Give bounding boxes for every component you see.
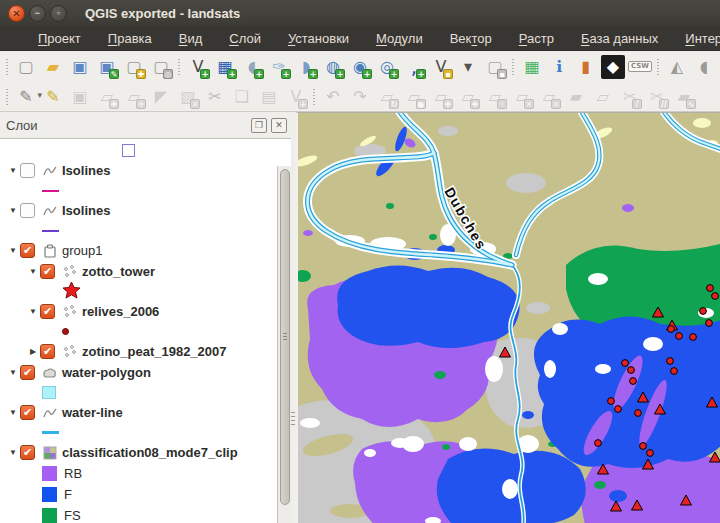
layer-item-water-polygon[interactable]: ▼✔water-polygon xyxy=(0,362,277,383)
add-raster-layer-button[interactable]: ▦+ xyxy=(213,55,237,79)
add-feature-button[interactable]: ▱✚ xyxy=(95,85,119,109)
add-mssql-layer-button[interactable]: ◗+ xyxy=(294,55,318,79)
add-part-button[interactable]: ▱✚ xyxy=(456,85,480,109)
layer-item-zotino_peat_1982_2007[interactable]: ▶✔zotino_peat_1982_2007 xyxy=(0,341,277,362)
merge-features-button[interactable]: ▰∿ xyxy=(672,85,696,109)
points-layer-icon xyxy=(60,304,80,320)
expander-icon[interactable]: ▼ xyxy=(6,368,20,377)
add-wfs-layer-button[interactable]: ◎+ xyxy=(375,55,399,79)
expander-icon[interactable]: ▼ xyxy=(6,166,20,175)
add-ring-button[interactable]: ▱✚ xyxy=(429,85,453,109)
toggle-editing-button[interactable]: ✎ xyxy=(41,85,65,109)
map-canvas[interactable]: Dubches xyxy=(295,112,720,523)
delete-selected-button[interactable]: ▧✕ xyxy=(176,85,200,109)
layer-label: water-line xyxy=(62,405,123,420)
save-project-as-button[interactable]: ▣✎ xyxy=(95,55,119,79)
fill-ring-button[interactable]: ▱◦ xyxy=(483,85,507,109)
split-parts-button[interactable]: ✂// xyxy=(645,85,669,109)
add-postgis-layer-button[interactable]: ◖+ xyxy=(240,55,264,79)
menu-item-0[interactable]: Проект xyxy=(38,31,81,46)
layer-checkbox-Isolines[interactable] xyxy=(20,163,35,178)
save-layer-edits-button[interactable]: ▣ xyxy=(68,85,92,109)
add-delimited-text-button[interactable]: ,+ xyxy=(402,55,426,79)
open-project-button[interactable]: ▰ xyxy=(41,55,65,79)
panel-float-button[interactable]: ❐ xyxy=(251,118,267,133)
identify-features-button[interactable]: ℹ xyxy=(547,55,571,79)
layer-checkbox-zotino_peat_1982_2007[interactable]: ✔ xyxy=(40,344,55,359)
add-vector-layer-button[interactable]: V+ xyxy=(186,55,210,79)
expander-icon[interactable]: ▼ xyxy=(6,448,20,457)
menu-item-8[interactable]: База данных xyxy=(581,31,658,46)
delete-part-button[interactable]: ▱✕ xyxy=(537,85,561,109)
expander-icon[interactable]: ▼ xyxy=(26,307,40,316)
simplify-feature-button[interactable]: ▱● xyxy=(402,85,426,109)
delete-ring-button[interactable]: ▱✕ xyxy=(510,85,534,109)
menu-item-4[interactable]: Установки xyxy=(288,31,349,46)
window-minimize-button[interactable]: − xyxy=(29,5,46,22)
reshape-features-button[interactable]: ▰ xyxy=(564,85,588,109)
profile-plugin-button[interactable]: ◭ xyxy=(665,55,689,79)
menu-item-1[interactable]: Правка xyxy=(108,31,152,46)
add-spatialite-layer-button[interactable]: ✑+ xyxy=(267,55,291,79)
expander-icon[interactable]: ▶ xyxy=(26,347,40,356)
symbol-square-outline xyxy=(122,144,135,157)
current-edits-button[interactable]: ✎▾ xyxy=(14,85,38,109)
add-wms-layer-button[interactable]: ◍+ xyxy=(321,55,345,79)
menu-item-6[interactable]: Вектор xyxy=(450,31,492,46)
layer-item-relives_2006[interactable]: ▼✔relives_2006 xyxy=(0,301,277,322)
new-project-button[interactable]: ▢ xyxy=(14,55,38,79)
offset-curve-button[interactable]: ▱ xyxy=(591,85,615,109)
expander-icon[interactable]: ▼ xyxy=(6,408,20,417)
csw-search-button[interactable]: CSW xyxy=(628,55,652,79)
layer-item-Isolines[interactable]: ▼Isolines xyxy=(0,200,277,221)
expander-icon[interactable]: ▼ xyxy=(26,267,40,276)
menu-item-5[interactable]: Модули xyxy=(376,31,423,46)
menu-item-9[interactable]: Интернет xyxy=(685,31,720,46)
layer-checkbox-group1[interactable]: ✔ xyxy=(20,243,35,258)
expander-icon[interactable]: ▼ xyxy=(6,206,20,215)
redo-button[interactable]: ↷ xyxy=(348,85,372,109)
copy-features-button[interactable]: ❏ xyxy=(230,85,254,109)
remove-layer-button[interactable]: ▢▪ xyxy=(483,55,507,79)
layer-item-group1[interactable]: ▼✔group1 xyxy=(0,240,277,261)
new-shapefile-layer-button[interactable]: V▪ xyxy=(429,55,453,79)
window-close-button[interactable]: ✕ xyxy=(8,5,25,22)
menu-item-3[interactable]: Слой xyxy=(229,31,261,46)
legend-class-row: F xyxy=(0,484,277,505)
layer-checkbox-water-line[interactable]: ✔ xyxy=(20,405,35,420)
layer-item-classification08_mode7_clip[interactable]: ▼✔classification08_mode7_clip xyxy=(0,442,277,463)
menu-item-2[interactable]: Вид xyxy=(179,31,203,46)
layer-checkbox-water-polygon[interactable]: ✔ xyxy=(20,365,35,380)
composer-manager-button[interactable]: ▢◎ xyxy=(149,55,173,79)
layer-item-zotto_tower[interactable]: ▼✔zotto_tower xyxy=(0,261,277,282)
new-print-composer-button[interactable]: ▢✚ xyxy=(122,55,146,79)
quickmap-plugin-button[interactable]: ▦ xyxy=(520,55,544,79)
africa-plugin-button[interactable]: ◆ xyxy=(601,55,625,79)
layer-checkbox-classification08_mode7_clip[interactable]: ✔ xyxy=(20,445,35,460)
move-feature-button[interactable]: ▱✛ xyxy=(122,85,146,109)
menu-item-7[interactable]: Растр xyxy=(519,31,554,46)
scrollbar-thumb[interactable] xyxy=(280,169,290,505)
vertex-hammer-button[interactable]: V+ xyxy=(284,85,308,109)
layer-checkbox-relives_2006[interactable]: ✔ xyxy=(40,304,55,319)
save-project-button[interactable]: ▣ xyxy=(68,55,92,79)
layer-item-water-line[interactable]: ▼✔water-line xyxy=(0,402,277,423)
layer-dropdown-button[interactable]: ▾ xyxy=(456,55,480,79)
rotate-feature-button[interactable]: ▱↻ xyxy=(375,85,399,109)
layer-item-Isolines[interactable]: ▼Isolines xyxy=(0,160,277,181)
paste-features-button[interactable]: ▤ xyxy=(257,85,281,109)
expander-icon[interactable]: ▼ xyxy=(6,246,20,255)
layers-scrollbar[interactable] xyxy=(277,166,291,523)
add-wcs-layer-button[interactable]: ◉+ xyxy=(348,55,372,79)
window-maximize-button[interactable]: ▫ xyxy=(50,5,67,22)
legend-symbol-row xyxy=(0,383,277,402)
gps-tools-button[interactable]: ▮ xyxy=(574,55,598,79)
panel-close-button[interactable]: ✕ xyxy=(271,118,287,133)
layer-checkbox-Isolines[interactable] xyxy=(20,203,35,218)
cut-features-button[interactable]: ✂ xyxy=(203,85,227,109)
undo-button[interactable]: ↶ xyxy=(321,85,345,109)
split-features-button[interactable]: ✂/ xyxy=(618,85,642,109)
raster-terrain-button[interactable]: ◖ xyxy=(692,55,716,79)
layer-checkbox-zotto_tower[interactable]: ✔ xyxy=(40,264,55,279)
node-tool-button[interactable]: ◤ xyxy=(149,85,173,109)
